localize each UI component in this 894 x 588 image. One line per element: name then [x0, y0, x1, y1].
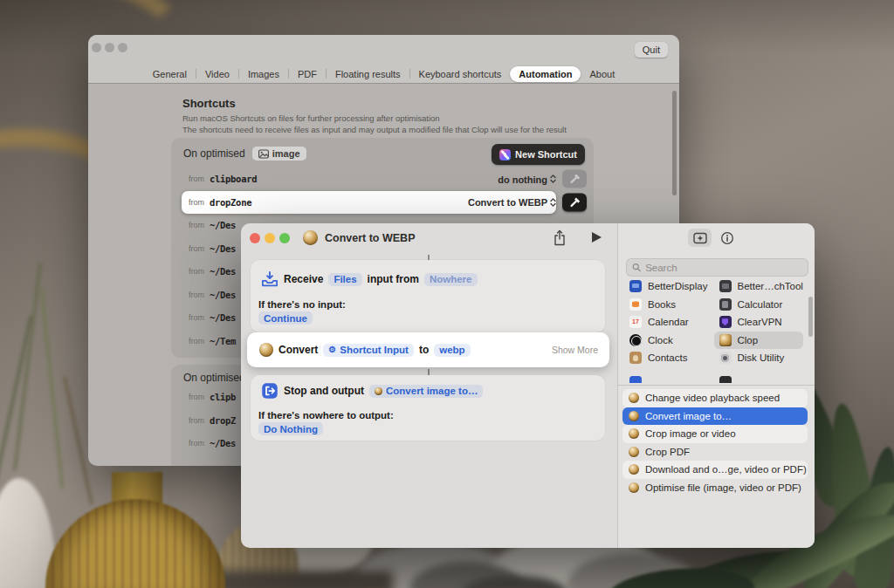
stop-output-icon — [261, 382, 279, 400]
tab-video[interactable]: Video — [196, 66, 238, 82]
app-clock[interactable]: Clock — [624, 332, 714, 350]
input-type-token[interactable]: Files — [328, 273, 361, 286]
tab-about[interactable]: About — [581, 66, 623, 82]
section-title: Shortcuts — [182, 97, 236, 110]
minimize-button[interactable] — [265, 233, 275, 243]
app-grid-partial-row — [624, 373, 803, 383]
action-library-icon — [693, 232, 707, 244]
quit-button[interactable]: Quit — [635, 42, 668, 58]
row-dropzone: from dropZone Convert to WEBP — [171, 191, 594, 215]
bettertouchtool-icon — [719, 280, 732, 292]
app-partial[interactable] — [624, 373, 714, 383]
action-dropdown[interactable]: do nothing — [498, 174, 556, 184]
app-calendar[interactable]: Calendar — [624, 313, 714, 332]
edit-shortcut-button[interactable] — [562, 170, 587, 188]
calculator-icon — [719, 298, 732, 311]
format-token[interactable]: webp — [434, 344, 470, 357]
input-source-token[interactable]: Nowhere — [424, 273, 478, 286]
clearvpn-icon — [719, 316, 732, 328]
shortcut-item-selected[interactable]: Convert image to… — [622, 407, 808, 426]
variable-icon: ⚙︎ — [328, 345, 336, 354]
output-source-token[interactable]: Convert image to… — [369, 385, 483, 398]
clock-icon — [629, 334, 642, 346]
clop-icon — [719, 334, 732, 346]
action-receive[interactable]: Receive Files input from Nowhere If ther… — [251, 260, 605, 332]
tab-automation[interactable]: Automation — [510, 66, 581, 82]
chevron-up-down-icon — [550, 174, 556, 184]
app-icon — [719, 376, 732, 383]
app-contacts[interactable]: Contacts — [624, 349, 714, 367]
app-grid: BetterDisplay Better…chTool Books Calcul… — [624, 277, 803, 367]
type-picker-image[interactable]: image — [252, 147, 306, 161]
shortcut-item[interactable]: Change video playback speed — [622, 389, 808, 407]
app-calculator[interactable]: Calculator — [714, 296, 804, 314]
calendar-icon — [629, 316, 642, 328]
shortcut-item[interactable]: Optimise file (image, video or PDF) — [622, 479, 808, 497]
action-library-button[interactable] — [688, 229, 712, 247]
betterdisplay-icon — [629, 280, 642, 292]
shortcuts-app-icon — [499, 149, 511, 161]
tab-floating-results[interactable]: Floating results — [327, 66, 409, 82]
action-library-panel: BetterDisplay Better…chTool Books Calcul… — [617, 223, 815, 548]
type-picker-label: image — [272, 148, 300, 159]
action-verb: Receive — [284, 273, 323, 285]
app-clop[interactable]: Clop — [714, 332, 804, 350]
action-convert[interactable]: Convert ⚙︎ Shortcut Input to webp Show M… — [247, 332, 609, 367]
clop-mini-icon — [629, 411, 639, 421]
app-betterdisplay[interactable]: BetterDisplay — [624, 277, 714, 296]
info-button[interactable] — [718, 229, 737, 247]
clop-mini-icon — [629, 428, 639, 439]
row-clipboard: from clipboard do nothing — [171, 168, 594, 191]
books-icon — [629, 298, 642, 311]
shortcut-item[interactable]: Download and o…ge, video or PDF) — [622, 461, 808, 479]
shortcut-input-token[interactable]: ⚙︎ Shortcut Input — [323, 344, 414, 357]
row-from-label: from — [189, 198, 204, 207]
app-bettertouchtool[interactable]: Better…chTool — [714, 277, 804, 296]
app-books[interactable]: Books — [624, 296, 714, 314]
app-clearvpn[interactable]: ClearVPN — [714, 313, 804, 332]
no-input-fallback-button[interactable]: Continue — [258, 311, 313, 325]
group-header-label: On optimised — [183, 147, 245, 160]
condition-label: If there's nowhere to output: — [258, 410, 394, 420]
settings-scrollbar[interactable] — [672, 91, 677, 195]
settings-tab-bar: General Video Images PDF Floating result… — [88, 65, 679, 83]
row-from-label: from — [189, 174, 204, 183]
app-partial[interactable] — [714, 373, 804, 383]
tab-keyboard-shortcuts[interactable]: Keyboard shortcuts — [410, 66, 511, 82]
clop-mini-icon — [629, 393, 639, 403]
minimize-button[interactable] — [105, 43, 114, 52]
close-button[interactable] — [250, 233, 260, 243]
photo-icon — [258, 149, 269, 159]
library-search-field[interactable] — [626, 258, 808, 277]
info-icon — [720, 231, 734, 245]
edit-shortcut-button[interactable] — [562, 193, 587, 211]
app-icon — [629, 376, 642, 383]
close-button[interactable] — [92, 43, 101, 52]
no-output-fallback-button[interactable]: Do Nothing — [258, 422, 323, 435]
tab-pdf[interactable]: PDF — [289, 66, 326, 82]
panel-scrollbar[interactable] — [808, 297, 813, 337]
desktop: Quit General Video Images PDF Floating r… — [0, 0, 894, 588]
action-stop-output[interactable]: Stop and output Convert image to… If the… — [251, 375, 605, 441]
action-dropdown[interactable]: Convert to WEBP — [468, 197, 556, 208]
window-controls — [92, 43, 127, 52]
search-input[interactable] — [645, 263, 802, 273]
row-source-path: dropZone — [210, 197, 251, 208]
clop-mini-icon — [629, 464, 639, 475]
group-header: On optimised — [183, 372, 245, 384]
section-subtitle: Run macOS Shortcuts on files for further… — [182, 113, 440, 123]
zoom-button[interactable] — [118, 43, 127, 52]
tab-images[interactable]: Images — [239, 66, 288, 82]
zoom-button[interactable] — [279, 233, 290, 243]
tab-general[interactable]: General — [144, 66, 196, 82]
hammer-icon — [569, 196, 581, 208]
clop-mini-icon — [629, 482, 639, 493]
window-controls — [250, 233, 290, 243]
shortcut-item[interactable]: Crop PDF — [622, 443, 808, 462]
show-more-button[interactable]: Show More — [552, 345, 598, 355]
receive-input-icon — [261, 270, 279, 288]
new-shortcut-button[interactable]: New Shortcut — [492, 144, 585, 165]
app-disk-utility[interactable]: Disk Utility — [714, 349, 804, 367]
action-verb: Convert — [279, 344, 318, 356]
shortcut-item[interactable]: Crop image or video — [622, 425, 808, 443]
